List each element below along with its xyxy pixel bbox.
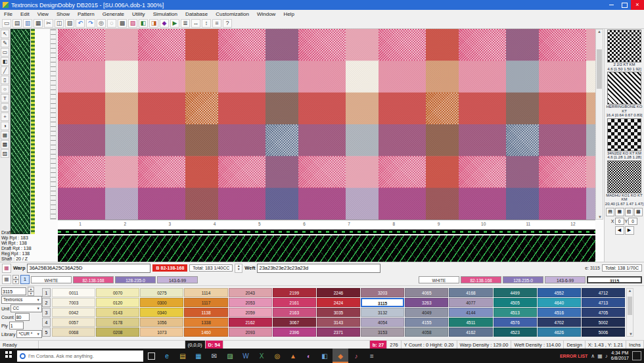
palette-color-cell[interactable]: 4054 [361,318,404,327]
palette-color-cell[interactable]: 0011 [52,288,95,297]
mirror-tool-icon[interactable]: ◑ [1,122,9,130]
task-view-button[interactable] [143,349,159,363]
palette-color-cell[interactable]: 2396 [273,327,316,337]
taskbar-music-icon[interactable]: ♪ [348,349,364,363]
redo-icon[interactable]: ↷ [86,19,95,28]
ruler-icon[interactable]: ↔ [191,19,200,28]
palette-color-cell[interactable]: 2161 [273,298,316,307]
prev-weave-button[interactable]: ◀ [615,226,624,235]
repeat-icon[interactable]: ≣ [181,19,190,28]
palette-color-cell[interactable]: 4505 [494,298,537,307]
library-dropdown[interactable]: *CUR *▼ [16,330,42,338]
palette-color-cell[interactable]: 1117 [184,298,227,307]
palette-color-cell[interactable]: 2246 [317,288,360,297]
measure-icon[interactable]: ↕ [202,19,211,28]
palette-color-cell[interactable]: 2043 [229,288,272,297]
color-chip[interactable]: 82-138-168 [73,276,114,283]
palette-color-cell[interactable]: 3035 [317,308,360,317]
taskbar-browser-icon[interactable]: ◎ [269,349,285,363]
menu-database[interactable]: Database [181,11,212,17]
palette-color-cell[interactable]: 3132 [361,308,404,317]
palette-color-cell[interactable]: 4049 [405,308,448,317]
repeat-tool-icon[interactable]: ▦ [1,131,9,139]
warp-view-icon[interactable]: ◧ [139,19,148,28]
palette-color-cell[interactable]: 4144 [449,308,492,317]
palette-color-cell[interactable]: 0143 [96,308,139,317]
view-4-button[interactable]: ▩ [634,208,643,216]
minimize-button[interactable] [605,0,618,10]
weave-pattern-swatch[interactable] [607,118,641,151]
zoom-tool-icon[interactable]: ◎ [1,103,9,112]
view-2-button[interactable]: ▦ [615,208,624,216]
palette-color-cell[interactable]: 3263 [405,298,448,307]
palette-color-cell[interactable]: 0068 [52,327,95,337]
grid-icon[interactable]: ▩ [118,19,127,28]
palette-color-cell[interactable]: 0057 [52,318,95,327]
taskbar-mail-icon[interactable]: ✉ [206,349,222,363]
taskbar-photos-icon[interactable]: ▨ [222,349,238,363]
copy-icon[interactable]: ◫ [55,19,64,28]
warp-pattern-input[interactable] [27,264,150,273]
maximize-button[interactable] [618,0,631,10]
taskbar-clock[interactable]: 4:34 PM 6/8/2017 [611,351,629,361]
palette-color-cell[interactable]: 4552 [538,288,581,297]
palette-color-cell[interactable]: 4155 [405,318,448,327]
color-chip[interactable]: 143-6-99 [545,276,586,283]
simulate-icon[interactable]: ▶ [170,19,179,28]
palette-color-cell[interactable]: 4702 [538,318,581,327]
palette-color-cell[interactable]: 2199 [273,288,316,297]
palette-color-cell[interactable]: 1073 [140,327,183,337]
menu-view[interactable]: View [34,11,53,17]
network-icon[interactable]: ▦ [597,353,603,359]
taskbar-paint-icon[interactable]: ◐ [301,349,317,363]
palette-color-cell[interactable]: 2162 [229,318,272,327]
palette-color-cell[interactable]: 4058 [405,327,448,337]
palette-color-cell[interactable]: 0275 [140,288,183,297]
palette-color-cell[interactable]: 1056 [140,318,183,327]
sound-icon[interactable]: ♪ [605,353,608,359]
menu-help[interactable]: Help [279,11,298,17]
palette-color-cell[interactable]: 1114 [184,288,227,297]
palette-color-cell[interactable]: 2093 [229,327,272,337]
palette-color-cell[interactable]: 4162 [449,327,492,337]
palette-tool-icon[interactable]: ▨ [1,149,9,158]
print-icon[interactable]: ▦ [34,19,43,28]
palette-color-cell[interactable]: 5002 [582,318,625,327]
warp-spinner[interactable]: ▲▼ [235,264,242,273]
color-chip[interactable]: WHITE [31,276,72,283]
next-weave-button[interactable]: ▶ [625,226,634,235]
palette-color-cell[interactable]: 2163 [273,308,316,317]
ellipse-tool-icon[interactable]: ○ [1,85,9,93]
palette-color-cell[interactable]: 0042 [52,308,95,317]
new-icon[interactable]: ▭ [2,19,11,28]
weft-draft-strip[interactable] [58,235,595,262]
taskbar-settings-icon[interactable]: ≡ [364,349,380,363]
menu-show[interactable]: Show [53,11,74,17]
taskbar-file-explorer-icon[interactable]: ▤ [175,349,191,363]
cortana-search[interactable]: I'm Cortana. Ask me anything. [17,351,143,362]
taskbar-excel-icon[interactable]: X [254,349,269,363]
palette-color-cell[interactable]: 0120 [96,298,139,307]
weft-color-bar[interactable] [58,230,595,234]
menu-simulation[interactable]: Simulation [149,11,181,17]
palette-color-cell[interactable]: 4513 [494,308,537,317]
palette-color-cell[interactable]: 4626 [538,327,581,337]
palette-color-cell[interactable]: 4516 [538,308,581,317]
design-canvas[interactable] [58,29,595,220]
palette-color-cell[interactable]: 4168 [449,288,492,297]
taskbar-edge-icon[interactable]: e [159,349,175,363]
warp-grid-icon[interactable]: ▦ [2,264,11,273]
y-input[interactable] [628,218,637,225]
chip-spinner[interactable]: ▲▼ [12,275,19,284]
menu-customization[interactable]: Customization [212,11,253,17]
palette-color-cell[interactable]: 3153 [361,327,404,337]
palette-color-cell[interactable]: 4065 [405,288,448,297]
paste-icon[interactable]: ▧ [65,19,74,28]
close-button[interactable]: × [631,0,644,10]
save-icon[interactable]: ▥ [23,19,32,28]
palette-color-cell[interactable]: 7003 [52,298,95,307]
taskbar-code-icon[interactable]: ◧ [317,349,333,363]
taskbar-textronics-app-icon[interactable]: ◆ [333,349,348,363]
warp-draft-strip[interactable] [11,29,30,234]
taskbar-word-icon[interactable]: W [238,349,254,363]
